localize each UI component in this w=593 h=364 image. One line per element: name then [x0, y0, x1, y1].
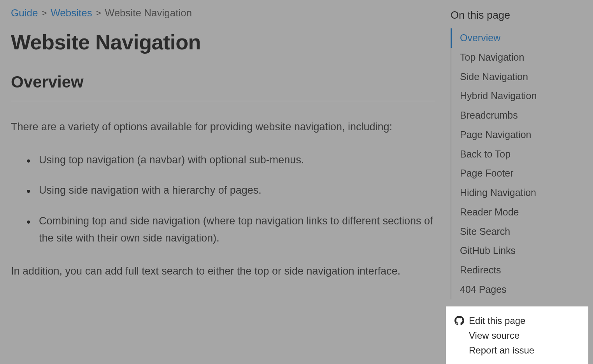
toc-item-back-to-top[interactable]: Back to Top — [451, 145, 577, 164]
toc-link[interactable]: Hiding Navigation — [460, 187, 536, 198]
toc-item-page-navigation[interactable]: Page Navigation — [451, 125, 577, 145]
breadcrumb-separator: > — [96, 8, 101, 18]
breadcrumb-link-guide[interactable]: Guide — [11, 7, 38, 19]
toc-link[interactable]: 404 Pages — [460, 284, 507, 295]
section-heading-overview: Overview — [11, 73, 435, 101]
report-issue-action[interactable]: Report an issue — [454, 343, 580, 358]
intro-paragraph: There are a variety of options available… — [11, 118, 435, 136]
list-item: Combining top and side navigation (where… — [26, 212, 435, 247]
toc-link[interactable]: GitHub Links — [460, 245, 516, 256]
toc-item-page-footer[interactable]: Page Footer — [451, 164, 577, 183]
page-title: Website Navigation — [11, 30, 435, 54]
toc-title: On this page — [451, 9, 577, 21]
breadcrumb-current: Website Navigation — [105, 7, 192, 19]
sidebar-toc: On this page Overview Top Navigation Sid… — [451, 7, 577, 364]
toc-item-redirects[interactable]: Redirects — [451, 261, 577, 280]
toc-item-404-pages[interactable]: 404 Pages — [451, 280, 577, 299]
list-item: Using top navigation (a navbar) with opt… — [26, 151, 435, 169]
toc-list: Overview Top Navigation Side Navigation … — [451, 28, 577, 299]
toc-link[interactable]: Site Search — [460, 226, 510, 237]
toc-link[interactable]: Top Navigation — [460, 52, 524, 63]
outro-paragraph: In addition, you can add full text searc… — [11, 262, 435, 280]
toc-link[interactable]: Page Footer — [460, 168, 514, 178]
edit-page-link[interactable]: Edit this page — [469, 315, 525, 326]
toc-item-reader-mode[interactable]: Reader Mode — [451, 203, 577, 222]
toc-item-site-search[interactable]: Site Search — [451, 222, 577, 242]
toc-link[interactable]: Side Navigation — [460, 71, 528, 82]
toc-item-hybrid-navigation[interactable]: Hybrid Navigation — [451, 86, 577, 106]
page-actions: Edit this page View source Report an iss… — [446, 306, 588, 364]
toc-item-side-navigation[interactable]: Side Navigation — [451, 67, 577, 87]
view-source-link[interactable]: View source — [469, 330, 519, 341]
toc-item-overview[interactable]: Overview — [451, 28, 577, 48]
toc-link[interactable]: Page Navigation — [460, 129, 531, 140]
toc-item-breadcrumbs[interactable]: Breadcrumbs — [451, 106, 577, 125]
view-source-action[interactable]: View source — [454, 328, 580, 343]
toc-link[interactable]: Redirects — [460, 264, 501, 275]
toc-item-top-navigation[interactable]: Top Navigation — [451, 48, 577, 67]
toc-link[interactable]: Back to Top — [460, 149, 511, 159]
toc-link[interactable]: Overview — [460, 32, 500, 43]
toc-link[interactable]: Reader Mode — [460, 206, 519, 217]
list-item: Using side navigation with a hierarchy o… — [26, 182, 435, 199]
breadcrumb-separator: > — [42, 8, 47, 18]
toc-item-github-links[interactable]: GitHub Links — [451, 241, 577, 261]
feature-list: Using top navigation (a navbar) with opt… — [11, 151, 435, 247]
github-icon — [454, 316, 464, 326]
toc-link[interactable]: Breadcrumbs — [460, 110, 518, 121]
main-content: Guide > Websites > Website Navigation We… — [11, 7, 435, 364]
toc-link[interactable]: Hybrid Navigation — [460, 90, 537, 101]
breadcrumb-link-websites[interactable]: Websites — [51, 7, 92, 19]
breadcrumb: Guide > Websites > Website Navigation — [11, 7, 435, 19]
toc-item-hiding-navigation[interactable]: Hiding Navigation — [451, 183, 577, 203]
report-issue-link[interactable]: Report an issue — [469, 345, 534, 356]
edit-page-action[interactable]: Edit this page — [454, 313, 580, 328]
